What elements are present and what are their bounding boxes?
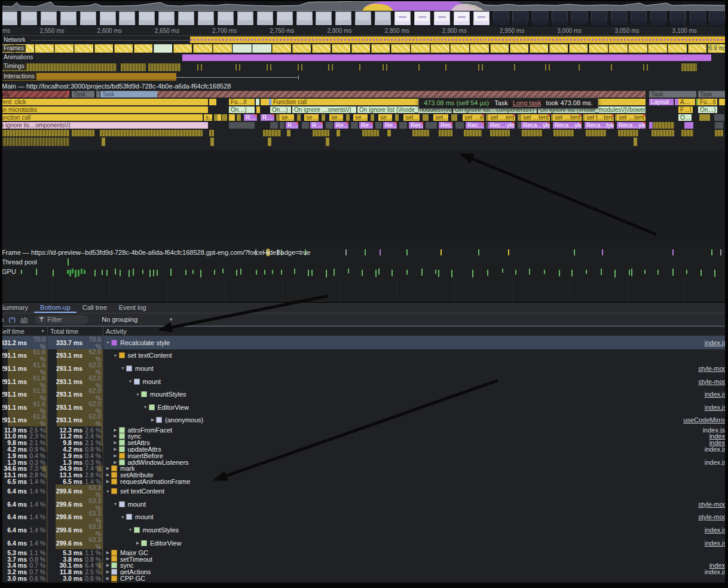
flame-segment[interactable]	[634, 138, 637, 146]
expand-arrow-icon[interactable]: ▶	[112, 434, 119, 438]
trace-event-tick[interactable]	[406, 249, 408, 255]
flame-segment[interactable]: On…)	[698, 106, 717, 113]
gpu-activity-tick[interactable]	[133, 269, 134, 276]
gpu-activity-tick[interactable]	[629, 270, 630, 275]
filmstrip-thumbnail[interactable]	[119, 11, 135, 25]
track-timings[interactable]: Timings	[0, 62, 728, 72]
timing-marker[interactable]	[643, 64, 644, 71]
timing-marker[interactable]	[478, 64, 479, 71]
network-request-bar[interactable]	[190, 36, 728, 43]
expand-arrow-icon[interactable]: ▶	[112, 460, 119, 465]
flame-segment[interactable]: O…	[678, 114, 692, 121]
table-row[interactable]: 13.1 ms2.8 %13.1 ms2.8 %▶setAttribute	[0, 472, 728, 479]
frame-block[interactable]	[490, 44, 509, 53]
flame-segment[interactable]	[618, 130, 638, 136]
track-thread-pool[interactable]: Thread pool	[0, 257, 728, 267]
collapse-arrow-icon[interactable]: ▼	[127, 379, 134, 383]
source-location-link[interactable]: style-mod	[698, 378, 727, 385]
flame-segment[interactable]: Re…le	[383, 122, 397, 129]
flame-segment[interactable]: F…l	[678, 106, 693, 113]
gpu-activity-tick[interactable]	[72, 269, 74, 273]
timing-marker[interactable]	[267, 64, 268, 71]
filmstrip-thumbnail[interactable]	[690, 11, 706, 25]
flame-segment[interactable]	[313, 130, 329, 136]
flame-segment[interactable]: Re…le	[359, 122, 373, 129]
source-location-link[interactable]: index.js	[705, 526, 727, 534]
flame-segment[interactable]: se…t	[280, 114, 294, 121]
flame-segment[interactable]	[387, 130, 391, 136]
timing-marker[interactable]	[359, 64, 360, 71]
filmstrip-thumbnail[interactable]	[414, 11, 430, 25]
gpu-activity-tick[interactable]	[515, 270, 516, 275]
table-row[interactable]: 6.4 ms1.4 %299.6 ms63.3 %▼mountstyle-mod	[0, 498, 728, 511]
flame-segment[interactable]: se…nt	[353, 114, 368, 121]
frame-block[interactable]	[54, 44, 74, 53]
gpu-activity-tick[interactable]	[586, 270, 587, 274]
filmstrip-thumbnail[interactable]	[178, 11, 194, 25]
tab-event-log[interactable]: Event log	[113, 303, 152, 313]
flame-segment[interactable]: Task	[0, 91, 69, 98]
flame-segment[interactable]	[586, 130, 606, 136]
flame-segment[interactable]	[439, 130, 452, 136]
flame-segment[interactable]: Task	[649, 91, 696, 98]
gpu-activity-tick[interactable]	[281, 270, 282, 275]
filmstrip-thumbnail[interactable]	[21, 11, 37, 25]
gpu-activity-tick[interactable]	[311, 270, 313, 276]
filmstrip-thumbnail[interactable]	[532, 11, 548, 25]
flame-segment[interactable]: set …tent	[521, 114, 550, 121]
gpu-activity-tick[interactable]	[69, 270, 71, 276]
frame-block[interactable]	[668, 44, 687, 53]
table-row[interactable]: 291.1 ms61.6 %293.1 ms62.0 %▼mountstyle-…	[0, 362, 728, 375]
gpu-activity-tick[interactable]	[256, 270, 257, 275]
source-location-link[interactable]: index.js	[705, 446, 727, 453]
frame-block[interactable]	[688, 44, 707, 53]
table-row[interactable]: 291.1 ms61.6 %293.1 ms62.0 %▶(anonymous)…	[0, 414, 728, 427]
timing-marker[interactable]	[611, 64, 612, 71]
table-row[interactable]: 4.2 ms0.9 %4.2 ms0.9 %▶updateAttrsindex.…	[0, 446, 728, 453]
frame-block[interactable]	[411, 44, 430, 53]
gpu-activity-tick[interactable]	[421, 269, 423, 276]
filmstrip-thumbnail[interactable]	[80, 11, 96, 25]
flame-segment[interactable]	[714, 114, 724, 121]
expand-arrow-icon[interactable]: ▶	[105, 583, 111, 587]
flame-segment[interactable]	[218, 114, 221, 121]
filmstrip-thumbnail[interactable]	[454, 11, 470, 25]
expand-arrow-icon[interactable]: ▶	[112, 428, 119, 432]
collapse-arrow-icon[interactable]: ▼	[134, 392, 141, 397]
filmstrip-thumbnail[interactable]	[335, 11, 351, 25]
flame-segment[interactable]: set …tent	[617, 114, 646, 121]
trace-event-tick[interactable]	[441, 249, 442, 255]
table-row[interactable]: 34.6 ms7.3 %34.9 ms7.4 %▶mark	[0, 465, 728, 472]
flame-segment[interactable]	[280, 122, 285, 129]
table-row[interactable]: 3.2 ms0.7 %11.8 ms2.5 %▶getActionsindex.…	[0, 569, 728, 575]
filmstrip-thumbnail[interactable]	[355, 11, 371, 25]
flame-segment[interactable]	[464, 130, 482, 136]
flame-segment[interactable]	[222, 114, 227, 121]
gpu-activity-tick[interactable]	[185, 270, 186, 275]
gpu-activity-tick[interactable]	[106, 270, 108, 276]
expand-arrow-icon[interactable]: ▶	[105, 556, 111, 561]
filmstrip-thumbnail[interactable]	[571, 11, 588, 25]
flame-segment[interactable]: se…nt	[378, 114, 392, 121]
gpu-activity-tick[interactable]	[435, 270, 436, 274]
gpu-activity-tick[interactable]	[614, 270, 616, 278]
flame-segment[interactable]: set …ent	[463, 114, 484, 121]
flame-segment[interactable]: set…nt	[433, 114, 448, 121]
table-row[interactable]: 3.0 ms0.6 %3.0 ms0.6 %▶CPP GC	[0, 575, 728, 581]
tab-call-tree[interactable]: Call tree	[77, 303, 113, 313]
table-row[interactable]: 3.7 ms0.8 %3.8 ms0.8 %▶setTimeout	[0, 556, 728, 562]
gpu-activity-tick[interactable]	[102, 270, 103, 275]
flame-segment[interactable]: se…t	[329, 114, 343, 121]
gpu-activity-tick[interactable]	[406, 270, 408, 275]
flame-segment[interactable]: Task	[72, 91, 94, 98]
flame-segment[interactable]: Fu…ll	[229, 99, 255, 105]
filter-input[interactable]: Filter	[35, 315, 88, 324]
filmstrip-thumbnail[interactable]	[41, 11, 57, 25]
gpu-activity-tick[interactable]	[544, 270, 545, 274]
source-location-link[interactable]: index.	[709, 562, 727, 569]
gpu-activity-tick[interactable]	[120, 270, 121, 276]
filmstrip-thumbnail[interactable]	[670, 11, 686, 25]
flame-segment[interactable]: Layout	[649, 99, 674, 105]
trace-event-tick[interactable]	[380, 249, 381, 255]
gpu-activity-tick[interactable]	[672, 269, 674, 276]
